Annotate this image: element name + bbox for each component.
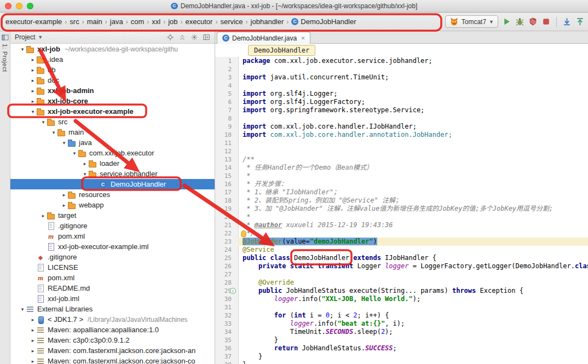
- code-text[interactable]: [238, 114, 588, 123]
- collapsed-arrow-icon[interactable]: ▸: [82, 161, 88, 166]
- code-text[interactable]: * 2、装配到Spring，例如加 "@Service" 注解；: [238, 197, 588, 205]
- line-number[interactable]: 22: [215, 229, 238, 238]
- line-number[interactable]: 18: [215, 197, 238, 205]
- code-text[interactable]: @Service: [238, 246, 588, 254]
- collapsed-arrow-icon[interactable]: ▸: [30, 88, 36, 94]
- line-number[interactable]: 14: [215, 164, 238, 172]
- code-text[interactable]: import com.xxl.job.core.handler.annotati…: [238, 131, 588, 139]
- collapsed-arrow-icon[interactable]: ▸: [30, 348, 36, 354]
- breadcrumb-item[interactable]: service: [218, 16, 245, 27]
- expanded-arrow-icon[interactable]: ▾: [82, 171, 88, 177]
- collapsed-arrow-icon[interactable]: ▸: [30, 67, 36, 73]
- code-text[interactable]: import com.xxl.job.core.handler.IJobHand…: [238, 123, 588, 131]
- breadcrumb-item[interactable]: main: [85, 16, 105, 27]
- hide-panel-icon[interactable]: [203, 33, 210, 41]
- code-text[interactable]: * @author xuxueli 2015-12-19 19:43:36: [238, 221, 588, 229]
- line-number[interactable]: 11: [215, 139, 238, 147]
- tree-item[interactable]: ▸Maven: com.fasterxml.jackson.core:jacks…: [10, 345, 215, 356]
- code-text[interactable]: logger.info("XXL-JOB, Hello World.");: [238, 295, 588, 303]
- minimize-window-button[interactable]: [16, 3, 22, 9]
- tree-item[interactable]: ▸resources: [10, 189, 215, 200]
- line-number[interactable]: 35: [215, 336, 238, 344]
- code-text[interactable]: * 开发步骤：: [238, 180, 588, 188]
- tree-item[interactable]: ▸loader: [10, 158, 215, 169]
- breadcrumb-item[interactable]: com: [129, 16, 147, 27]
- breadcrumb-item[interactable]: xxl: [149, 16, 163, 27]
- tree-item[interactable]: ▾src: [10, 117, 215, 127]
- line-number[interactable]: 20: [215, 213, 238, 221]
- tree-item[interactable]: xxl-job-executor-example.iml: [10, 241, 215, 252]
- code-text[interactable]: /**: [238, 155, 588, 164]
- line-number[interactable]: 9: [215, 123, 238, 131]
- code-area[interactable]: 1package com.xxl.job.executor.service.jo…: [215, 57, 588, 364]
- vcs-update-icon[interactable]: [562, 17, 572, 26]
- line-number[interactable]: 7: [215, 106, 238, 114]
- code-text[interactable]: [238, 82, 588, 90]
- line-number[interactable]: 26: [215, 262, 238, 270]
- expanded-arrow-icon[interactable]: ▾: [40, 119, 47, 125]
- code-text[interactable]: for (int i = 0; i < 2; i++) {: [238, 311, 588, 320]
- code-text[interactable]: @Override: [238, 279, 588, 287]
- tree-item[interactable]: LICENSE: [10, 262, 215, 273]
- collapsed-arrow-icon[interactable]: ▸: [40, 213, 47, 218]
- code-text[interactable]: [238, 270, 588, 279]
- code-text[interactable]: public class DemoJobHandler extends IJob…: [238, 254, 588, 262]
- line-number[interactable]: 38: [215, 361, 238, 364]
- close-window-button[interactable]: [5, 3, 11, 9]
- line-number[interactable]: 25: [215, 254, 238, 262]
- tree-item[interactable]: ▸xxl-job-core: [10, 96, 215, 106]
- code-text[interactable]: }: [238, 336, 588, 344]
- code-text[interactable]: * 1、继承 "IJobHandler"；: [238, 188, 588, 197]
- tree-item[interactable]: ▸Maven: c3p0:c3p0:0.9.1.2: [10, 335, 215, 345]
- project-tool-window-button[interactable]: 1: Project: [2, 44, 8, 72]
- tree-item[interactable]: ▾com.xxl.job.executor: [10, 148, 215, 158]
- line-number[interactable]: 4: [215, 82, 238, 90]
- tree-item[interactable]: ▾main: [10, 127, 215, 137]
- code-text[interactable]: @JobHander(value="demoJobHandler"): [238, 238, 588, 246]
- tree-item[interactable]: mpom.xml: [10, 273, 215, 283]
- line-number[interactable]: 30: [215, 295, 238, 303]
- tree-item[interactable]: CDemoJobHandler: [10, 179, 215, 189]
- code-text[interactable]: private static transient Logger logger =…: [238, 262, 588, 270]
- line-number[interactable]: 19: [215, 205, 238, 213]
- breadcrumb-item[interactable]: CDemoJobHandler: [289, 16, 358, 27]
- line-number[interactable]: 5: [215, 90, 238, 98]
- line-number[interactable]: 37: [215, 353, 238, 361]
- code-text[interactable]: *: [238, 172, 588, 180]
- code-text[interactable]: package com.xxl.job.executor.service.job…: [238, 57, 588, 65]
- code-text[interactable]: */: [238, 229, 588, 238]
- expanded-arrow-icon[interactable]: ▾: [19, 307, 26, 312]
- collapsed-arrow-icon[interactable]: ▸: [30, 99, 36, 104]
- line-number[interactable]: 16: [215, 180, 238, 188]
- code-text[interactable]: * 3、加 "@JobHander" 注解，注解value值为新增任务生成的Jo…: [238, 205, 588, 213]
- code-text[interactable]: [238, 303, 588, 311]
- line-number[interactable]: 24: [215, 246, 238, 254]
- locate-icon[interactable]: [166, 33, 174, 41]
- close-tab-icon[interactable]: ×: [301, 34, 305, 42]
- code-text[interactable]: *: [238, 213, 588, 221]
- line-number[interactable]: 1: [215, 57, 238, 65]
- line-number[interactable]: 3: [215, 73, 238, 82]
- line-number[interactable]: 34: [215, 328, 238, 336]
- tree-item[interactable]: xxl-job.iml: [10, 293, 215, 304]
- code-text[interactable]: import org.slf4j.LoggerFactory;: [238, 98, 588, 106]
- tree-item[interactable]: ▸doc: [10, 75, 215, 85]
- breadcrumb-item[interactable]: src: [67, 16, 81, 27]
- tree-item[interactable]: mpom.xml: [10, 231, 215, 241]
- debug-icon[interactable]: [515, 17, 524, 26]
- line-number[interactable]: 28: [215, 279, 238, 287]
- collapse-all-icon[interactable]: [178, 33, 186, 41]
- code-text[interactable]: [238, 139, 588, 147]
- tree-item[interactable]: ▸xxl-job-admin: [10, 85, 215, 96]
- breadcrumb-item[interactable]: executor: [183, 16, 215, 27]
- tree-item[interactable]: ▸Maven: aopalliance:aopalliance:1.0: [10, 325, 215, 335]
- line-number[interactable]: 33: [215, 320, 238, 328]
- tree-item[interactable]: ▾xxl-job~/workspaces/idea-git-workspace/…: [10, 44, 215, 54]
- tree-item[interactable]: ▾java: [10, 137, 215, 148]
- tree-item[interactable]: ▸< JDK1.7 >/Library/Java/JavaVirtualMach…: [10, 314, 215, 325]
- breadcrumb-item[interactable]: jobhandler: [249, 16, 286, 27]
- code-text[interactable]: import org.slf4j.Logger;: [238, 90, 588, 98]
- tree-item[interactable]: .gitignore: [10, 221, 215, 231]
- run-configuration-select[interactable]: Tomcat7 ▼: [445, 15, 498, 28]
- code-text[interactable]: TimeUnit.SECONDS.sleep(2);: [238, 328, 588, 336]
